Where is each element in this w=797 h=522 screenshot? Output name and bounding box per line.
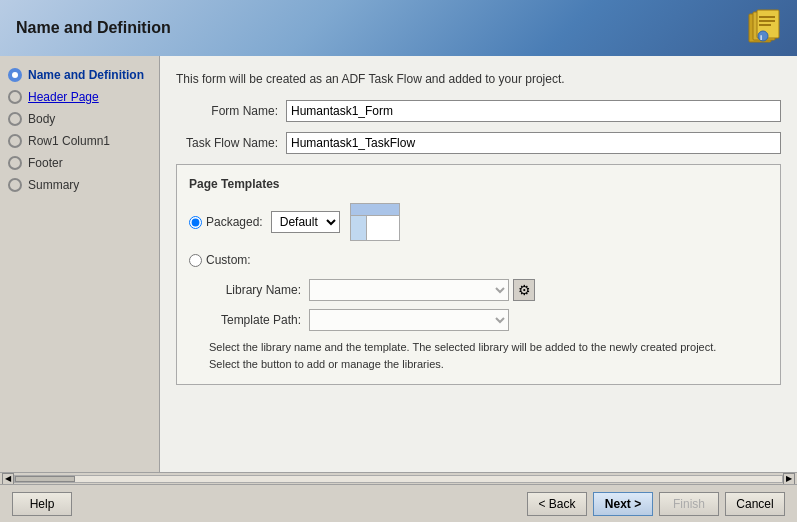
custom-label: Custom: — [206, 253, 251, 267]
gear-button[interactable]: ⚙ — [513, 279, 535, 301]
header-title: Name and Definition — [16, 19, 171, 37]
svg-rect-5 — [759, 24, 771, 26]
preview-top — [351, 204, 399, 216]
sidebar-item-row1-column1: Row1 Column1 — [0, 130, 159, 152]
form-name-row: Form Name: — [176, 100, 781, 122]
next-button[interactable]: Next > — [593, 492, 653, 516]
page-templates-box: Page Templates Packaged: Default — [176, 164, 781, 385]
form-name-label: Form Name: — [176, 104, 286, 118]
template-preview-icon — [350, 203, 400, 241]
finish-button[interactable]: Finish — [659, 492, 719, 516]
wizard-window: Name and Definition i Name and D — [0, 0, 797, 522]
sidebar-dot-summary — [8, 178, 22, 192]
scroll-right-arrow[interactable]: ▶ — [783, 473, 795, 485]
task-flow-name-label: Task Flow Name: — [176, 136, 286, 150]
form-name-input[interactable] — [286, 100, 781, 122]
help-button[interactable]: Help — [12, 492, 72, 516]
task-flow-name-input[interactable] — [286, 132, 781, 154]
page-templates-title: Page Templates — [189, 177, 768, 191]
packaged-row: Packaged: Default — [189, 203, 768, 241]
header: Name and Definition i — [0, 0, 797, 56]
scrollbar-thumb[interactable] — [15, 476, 75, 482]
custom-radio[interactable] — [189, 254, 202, 267]
packaged-radio[interactable] — [189, 216, 202, 229]
custom-row: Custom: — [189, 253, 768, 267]
svg-rect-4 — [759, 20, 775, 22]
template-path-label: Template Path: — [209, 313, 309, 327]
sidebar-item-summary: Summary — [0, 174, 159, 196]
template-path-row: Template Path: — [209, 309, 768, 331]
sidebar-item-footer: Footer — [0, 152, 159, 174]
horizontal-scrollbar[interactable]: ◀ ▶ — [0, 472, 797, 484]
preview-bottom — [351, 216, 399, 240]
svg-rect-3 — [759, 16, 775, 18]
library-name-label: Library Name: — [209, 283, 309, 297]
hint-text: Select the library name and the template… — [209, 339, 768, 372]
sidebar-dot-row1 — [8, 134, 22, 148]
wizard-footer: Help < Back Next > Finish Cancel — [0, 484, 797, 522]
sidebar-dot-header — [8, 90, 22, 104]
sidebar-dot-footer — [8, 156, 22, 170]
description-text: This form will be created as an ADF Task… — [176, 72, 781, 86]
library-name-dropdown[interactable] — [309, 279, 509, 301]
content-area: Name and Definition Header Page Body Row… — [0, 56, 797, 472]
task-flow-name-row: Task Flow Name: — [176, 132, 781, 154]
scrollbar-track — [14, 475, 783, 483]
library-name-row: Library Name: ⚙ — [209, 279, 768, 301]
sidebar-item-body: Body — [0, 108, 159, 130]
preview-left — [351, 216, 367, 240]
scroll-left-arrow[interactable]: ◀ — [2, 473, 14, 485]
sidebar-item-header-page[interactable]: Header Page — [0, 86, 159, 108]
default-dropdown[interactable]: Default — [271, 211, 340, 233]
footer-left: Help — [12, 492, 72, 516]
preview-right — [367, 216, 399, 240]
sidebar-dot-name — [8, 68, 22, 82]
back-button[interactable]: < Back — [527, 492, 587, 516]
sidebar-item-name-and-definition[interactable]: Name and Definition — [0, 64, 159, 86]
footer-right: < Back Next > Finish Cancel — [527, 492, 785, 516]
header-icon: i — [741, 8, 781, 48]
template-path-dropdown[interactable] — [309, 309, 509, 331]
svg-text:i: i — [760, 33, 762, 42]
main-panel: This form will be created as an ADF Task… — [160, 56, 797, 472]
cancel-button[interactable]: Cancel — [725, 492, 785, 516]
packaged-label: Packaged: — [206, 215, 263, 229]
sidebar: Name and Definition Header Page Body Row… — [0, 56, 160, 472]
sidebar-dot-body — [8, 112, 22, 126]
